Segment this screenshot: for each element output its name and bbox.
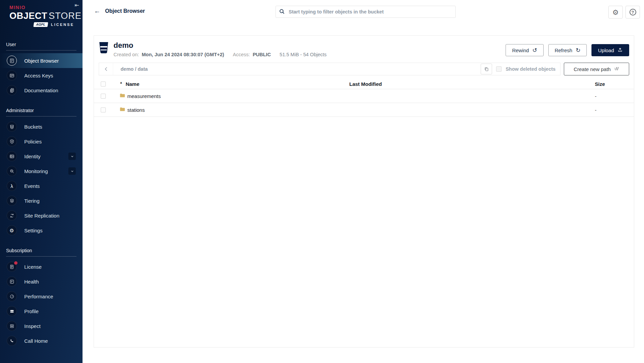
chevron-down-icon[interactable] xyxy=(68,167,76,175)
sort-ascending-icon[interactable]: ▲ xyxy=(120,81,123,84)
folder-icon xyxy=(120,107,125,113)
bucket-usage: 51.5 MiB - 54 Objects xyxy=(280,52,326,57)
gauge-icon xyxy=(7,291,17,301)
minio-logo: MINIO OBJECTSTORE AGPL LICENSE xyxy=(0,0,83,27)
object-size: - xyxy=(595,107,634,113)
search-input[interactable] xyxy=(276,6,456,18)
notification-dot xyxy=(14,261,18,265)
upload-button[interactable]: Upload xyxy=(591,44,629,56)
show-deleted-checkbox[interactable] xyxy=(496,66,502,72)
sidebar-item-label: Monitoring xyxy=(24,168,48,174)
upload-icon xyxy=(617,47,623,54)
help-icon: ? xyxy=(630,9,636,15)
sidebar-item-health[interactable]: Health xyxy=(0,274,83,289)
sidebar-item-inspect[interactable]: Inspect xyxy=(0,319,83,333)
created-label: Created on: xyxy=(114,52,139,57)
sidebar-item-label: Identity xyxy=(24,154,40,159)
phone-icon xyxy=(7,336,17,346)
breadcrumb: demo / data xyxy=(113,66,148,72)
object-size: - xyxy=(595,93,634,99)
search-icon xyxy=(279,8,285,16)
new-path-icon xyxy=(614,66,619,72)
sync-arrows-icon xyxy=(7,210,17,221)
settings-button[interactable]: ⚙ xyxy=(608,6,623,19)
copy-path-button[interactable] xyxy=(481,64,492,74)
help-button[interactable]: ? xyxy=(625,6,640,19)
bucket-name: demo xyxy=(114,41,327,50)
section-administrator: Administrator xyxy=(6,108,76,113)
column-header-size[interactable]: Size xyxy=(595,81,634,87)
refresh-icon: ↻ xyxy=(576,47,580,54)
back-arrow-icon[interactable]: ← xyxy=(94,7,100,15)
access-keys-icon xyxy=(7,70,17,80)
sidebar-item-call-home[interactable]: Call Home xyxy=(0,333,83,348)
profile-bars-icon xyxy=(7,306,17,316)
sidebar-item-buckets[interactable]: Buckets xyxy=(0,119,83,134)
sidebar-item-label: License xyxy=(24,264,42,270)
table-row[interactable]: stations - xyxy=(94,103,634,117)
sidebar-item-profile[interactable]: Profile xyxy=(0,304,83,319)
sidebar-item-site-replication[interactable]: Site Replication xyxy=(0,208,83,223)
objects-table: ▲ Name Last Modified Size measurements - xyxy=(94,79,634,117)
object-name[interactable]: measurements xyxy=(127,93,161,99)
sidebar-item-label: Health xyxy=(24,279,39,285)
sidebar-item-license[interactable]: License xyxy=(0,259,83,274)
create-new-path-button[interactable]: Create new path xyxy=(564,63,629,75)
row-checkbox[interactable] xyxy=(101,94,106,99)
sidebar-item-label: Performance xyxy=(24,294,53,299)
license-badge: AGPL LICENSE xyxy=(9,22,74,27)
sidebar-item-object-browser[interactable]: Object Browser xyxy=(0,53,83,68)
sidebar-item-label: Profile xyxy=(24,308,39,314)
breadcrumb-strip: demo / data Show deleted objects xyxy=(99,63,560,75)
refresh-button[interactable]: Refresh ↻ xyxy=(548,44,587,56)
documentation-icon xyxy=(7,85,17,95)
sidebar-item-performance[interactable]: Performance xyxy=(0,289,83,304)
bucket-icon xyxy=(7,122,17,132)
rewind-icon: ↺ xyxy=(532,47,537,54)
collapse-sidebar-icon[interactable]: ⇤ xyxy=(75,2,79,8)
sidebar-item-settings[interactable]: ⚙ Settings xyxy=(0,223,83,238)
section-subscription: Subscription xyxy=(6,248,76,253)
inspect-icon xyxy=(7,321,17,331)
divider xyxy=(6,116,76,117)
object-name[interactable]: stations xyxy=(127,107,145,113)
health-icon xyxy=(7,276,17,287)
sidebar-item-monitoring[interactable]: Monitoring xyxy=(0,164,83,178)
sidebar-item-label: Call Home xyxy=(24,338,48,344)
bucket-icon xyxy=(99,42,109,56)
sidebar-item-tiering[interactable]: Tiering xyxy=(0,193,83,208)
sidebar-item-label: Inspect xyxy=(24,323,40,329)
path-back-button[interactable] xyxy=(99,63,113,75)
lambda-icon: λ xyxy=(7,181,17,191)
sidebar-item-access-keys[interactable]: Access Keys xyxy=(0,68,83,83)
sidebar-item-identity[interactable]: Identity xyxy=(0,149,83,164)
show-deleted-label: Show deleted objects xyxy=(506,66,555,72)
sidebar: ⇤ MINIO OBJECTSTORE AGPL LICENSE User Ob… xyxy=(0,0,83,363)
brand-text: MINIO xyxy=(9,5,77,10)
access-label: Access: xyxy=(233,52,250,57)
product-title: OBJECTSTORE xyxy=(9,11,77,21)
select-all-checkbox[interactable] xyxy=(101,81,106,87)
object-browser-icon xyxy=(7,56,17,66)
rewind-button[interactable]: Rewind ↺ xyxy=(506,44,543,56)
chevron-down-icon[interactable] xyxy=(68,153,76,160)
column-header-name[interactable]: Name xyxy=(126,81,139,87)
agpl-badge: AGPL xyxy=(33,22,48,27)
divider xyxy=(6,50,76,51)
sidebar-item-label: Policies xyxy=(24,139,42,144)
sidebar-item-label: Site Replication xyxy=(24,213,59,219)
sidebar-item-policies[interactable]: Policies xyxy=(0,134,83,149)
table-row[interactable]: measurements - xyxy=(94,89,634,103)
sidebar-item-events[interactable]: λ Events xyxy=(0,178,83,193)
monitoring-icon xyxy=(7,166,17,176)
sidebar-item-documentation[interactable]: Documentation xyxy=(0,83,83,98)
gear-icon: ⚙ xyxy=(612,9,619,16)
column-header-last-modified[interactable]: Last Modified xyxy=(349,81,595,87)
created-value: Mon, Jun 24 2024 08:30:07 (GMT+2) xyxy=(142,52,224,57)
layers-icon xyxy=(7,196,17,206)
sidebar-item-label: Documentation xyxy=(24,88,58,93)
sidebar-item-label: Settings xyxy=(24,228,42,233)
row-checkbox[interactable] xyxy=(101,107,106,112)
identity-card-icon xyxy=(7,151,17,161)
object-filter-search xyxy=(276,6,456,18)
